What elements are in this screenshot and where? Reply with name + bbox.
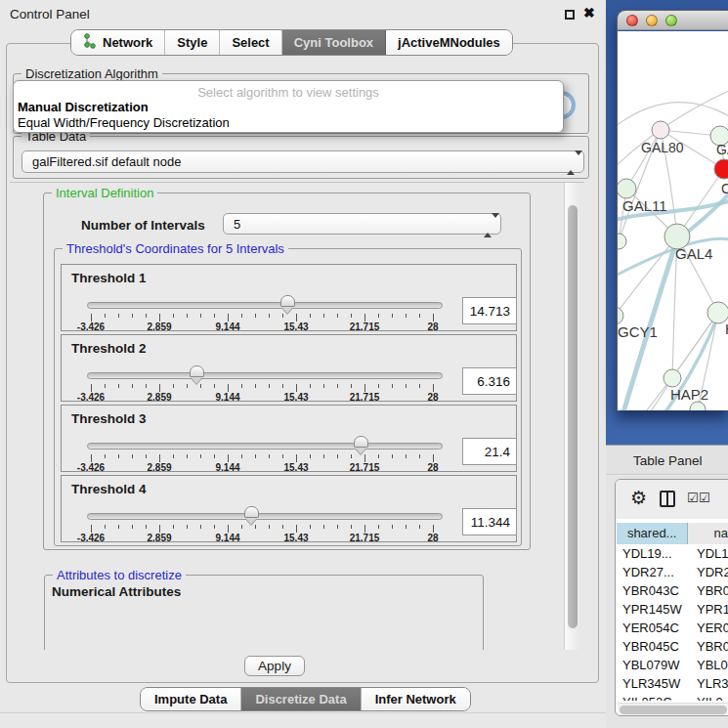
table-data-group: Table Data galFiltered.sif default node — [13, 136, 589, 179]
number-of-intervals-label: Number of Intervals — [81, 218, 205, 233]
number-of-intervals-value: 5 — [234, 217, 240, 232]
panel-title: Control Panel — [10, 7, 90, 21]
table-hscrollbar-thumb[interactable] — [620, 706, 727, 714]
checkbox-icon[interactable]: ☑ — [687, 491, 699, 505]
network-canvas[interactable]: GAL80GACGAL11GAL4GCY1HHAP2 — [618, 31, 728, 410]
popup-item-manual-discretization[interactable]: Manual Discretization — [18, 100, 559, 114]
table-toolbar: ⚙ ☑ ☑ — [616, 480, 728, 519]
table-row[interactable]: YDR27...YDR2 — [617, 563, 728, 581]
slider-ticks: -3.4262.8599.14415.4321.71528 — [62, 384, 516, 403]
tab-network-label: Network — [103, 35, 152, 50]
tab-network[interactable]: Network — [71, 30, 165, 55]
threshold-label: Threshold 4 — [71, 482, 147, 496]
threshold-value-field[interactable] — [462, 297, 517, 324]
tab-jactivemnodules[interactable]: jActiveMNodules — [386, 30, 512, 55]
network-node[interactable] — [714, 159, 728, 179]
checkbox-icon[interactable]: ☑ — [699, 491, 710, 505]
network-node[interactable] — [618, 179, 636, 198]
table-panel-title: Table Panel — [633, 453, 703, 468]
table-row[interactable]: YBL079WYBL0 — [617, 656, 728, 674]
minimize-traffic-light-icon[interactable] — [646, 15, 658, 26]
network-node-label: GA — [716, 142, 728, 157]
table-hscrollbar[interactable] — [618, 703, 728, 715]
tab-infer-network[interactable]: Infer Network — [362, 688, 470, 710]
slider-thumb[interactable] — [280, 295, 295, 314]
combo-spinner-icon — [484, 218, 492, 233]
slider-track[interactable] — [87, 513, 443, 520]
network-node[interactable] — [690, 402, 706, 410]
popup-item-equal-width-frequency[interactable]: Equal Width/Frequency Discretization — [18, 115, 559, 130]
tab-cyni-toolbox[interactable]: Cyni Toolbox — [282, 30, 386, 55]
table-data-combobox[interactable]: galFiltered.sif default node — [21, 150, 584, 173]
column-header-name[interactable]: na — [688, 523, 728, 544]
table-row[interactable]: YLR345WYLR3 — [617, 674, 728, 693]
threshold-row: Threshold 2 -3.4262.8599.14415.4321.7152… — [61, 334, 517, 402]
combo-spinner-icon — [567, 155, 576, 170]
network-node[interactable] — [618, 307, 623, 324]
tab-discretize-data[interactable]: Discretize Data — [241, 688, 361, 710]
discretization-algorithm-title: Discretization Algorithm — [21, 66, 162, 81]
numerical-attributes-label: Numerical Attributes — [52, 584, 181, 599]
slider-ticks: -3.4262.8599.14415.4321.71528 — [62, 314, 516, 332]
network-node-label: GAL4 — [675, 245, 712, 262]
close-traffic-light-icon[interactable] — [626, 15, 638, 26]
network-node[interactable] — [652, 121, 669, 139]
divider — [0, 712, 606, 713]
column-header-shared[interactable]: shared... — [617, 523, 688, 544]
float-window-icon[interactable] — [565, 10, 575, 20]
attributes-title: Attributes to discretize — [53, 568, 186, 582]
threshold-row: Threshold 3 -3.4262.8599.14415.4321.7152… — [61, 405, 517, 472]
threshold-row: Threshold 4 -3.4262.8599.14415.4321.7152… — [61, 475, 517, 542]
column-layout-icon[interactable] — [660, 491, 675, 507]
slider-thumb[interactable] — [244, 506, 259, 525]
zoom-traffic-light-icon[interactable] — [665, 15, 677, 26]
table-row[interactable]: YBR043CYBR0 — [617, 581, 728, 600]
close-icon[interactable]: ✖ — [583, 5, 595, 21]
network-node[interactable] — [618, 234, 626, 249]
interval-definition-group: Interval Definition Number of Intervals … — [43, 193, 531, 550]
attributes-group: Attributes to discretize Numerical Attri… — [44, 575, 484, 650]
settings-scrollbar-thumb[interactable] — [568, 205, 578, 628]
network-node-label: GAL11 — [622, 197, 667, 214]
slider-track[interactable] — [87, 443, 443, 450]
number-of-intervals-combobox[interactable]: 5 — [223, 213, 501, 235]
table-data-value: galFiltered.sif default node — [32, 154, 181, 169]
threshold-coordinates-title: Threshold's Coordinates for 5 Intervals — [63, 241, 288, 256]
network-node-label: GCY1 — [618, 323, 658, 340]
table-header: shared... na — [617, 523, 728, 544]
table-row[interactable]: YPR145WYPR1 — [617, 600, 728, 619]
gear-icon[interactable]: ⚙ — [630, 487, 647, 508]
tab-select[interactable]: Select — [220, 30, 281, 55]
slider-ticks: -3.4262.8599.14415.4321.71528 — [62, 454, 516, 473]
interval-definition-title: Interval Definition — [52, 186, 157, 200]
slider-track[interactable] — [87, 372, 443, 379]
threshold-value-field[interactable] — [462, 508, 517, 535]
tab-impute-data[interactable]: Impute Data — [141, 688, 241, 710]
slider-ticks: -3.4262.8599.14415.4321.71528 — [62, 525, 516, 543]
settings-scrollbar[interactable] — [564, 183, 580, 650]
network-node[interactable] — [664, 369, 681, 387]
table-row[interactable]: YIL052CYIL0 — [617, 693, 728, 701]
slider-thumb[interactable] — [354, 436, 368, 454]
table-panel-area: ⚙ ☑ ☑ shared... na YDL19...YDL1YDR27...Y… — [606, 476, 728, 728]
threshold-label: Threshold 1 — [71, 271, 147, 285]
top-tab-bar: Network Style Select Cyni Toolbox jActiv… — [70, 29, 513, 56]
control-panel: Control Panel ✖ Network Style Select Cyn… — [0, 0, 606, 728]
network-node-label: C — [721, 181, 728, 196]
network-window-titlebar[interactable] — [618, 11, 728, 30]
table-row[interactable]: YBR045CYBR0 — [617, 637, 728, 656]
threshold-label: Threshold 3 — [71, 411, 147, 426]
table-row[interactable]: YDL19...YDL1 — [617, 544, 728, 563]
tab-style[interactable]: Style — [165, 30, 220, 55]
table-row[interactable]: YER054CYER0 — [617, 619, 728, 637]
apply-button[interactable]: Apply — [244, 656, 305, 676]
slider-track[interactable] — [87, 302, 443, 309]
table-body[interactable]: YDL19...YDL1YDR27...YDR2YBR043CYBR0YPR14… — [617, 544, 728, 701]
threshold-value-field[interactable] — [462, 367, 517, 395]
network-node-label: GAL80 — [641, 140, 684, 155]
table-widget: ⚙ ☑ ☑ shared... na YDL19...YDL1YDR27...Y… — [615, 479, 728, 716]
threshold-value-field[interactable] — [462, 438, 517, 465]
slider-thumb[interactable] — [190, 365, 204, 384]
network-node-label: HAP2 — [670, 386, 708, 403]
network-view-window: GAL80GACGAL11GAL4GCY1HHAP2 — [617, 10, 728, 410]
